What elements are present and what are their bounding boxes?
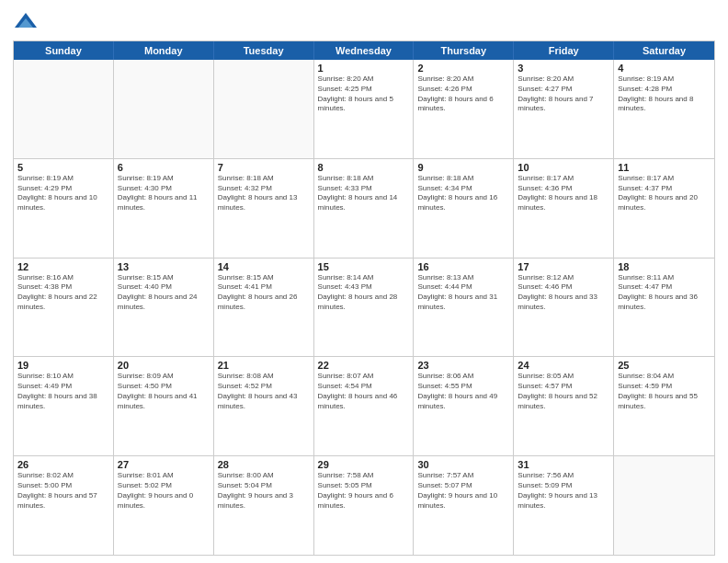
calendar-cell: 2Sunrise: 8:20 AM Sunset: 4:26 PM Daylig… — [414, 60, 514, 158]
cell-info: Sunrise: 8:13 AM Sunset: 4:44 PM Dayligh… — [417, 273, 509, 313]
calendar-cell: 13Sunrise: 8:15 AM Sunset: 4:40 PM Dayli… — [114, 259, 214, 357]
day-number: 31 — [518, 459, 609, 470]
calendar-header: SundayMondayTuesdayWednesdayThursdayFrid… — [14, 41, 714, 60]
calendar-cell: 6Sunrise: 8:19 AM Sunset: 4:30 PM Daylig… — [114, 159, 214, 258]
calendar-cell: 29Sunrise: 7:58 AM Sunset: 5:05 PM Dayli… — [314, 456, 415, 555]
day-number: 19 — [17, 360, 109, 371]
calendar-cell: 21Sunrise: 8:08 AM Sunset: 4:52 PM Dayli… — [214, 357, 314, 455]
calendar-cell: 5Sunrise: 8:19 AM Sunset: 4:29 PM Daylig… — [14, 159, 114, 258]
cell-info: Sunrise: 8:09 AM Sunset: 4:50 PM Dayligh… — [118, 372, 210, 411]
day-number: 4 — [618, 63, 711, 74]
calendar-cell: 12Sunrise: 8:16 AM Sunset: 4:38 PM Dayli… — [14, 259, 114, 357]
day-number: 22 — [318, 360, 410, 371]
day-number: 6 — [118, 162, 210, 173]
calendar-cell: 27Sunrise: 8:01 AM Sunset: 5:02 PM Dayli… — [114, 456, 214, 555]
day-number: 2 — [417, 63, 509, 74]
calendar-cell: 14Sunrise: 8:15 AM Sunset: 4:41 PM Dayli… — [214, 259, 314, 357]
calendar-week-3: 12Sunrise: 8:16 AM Sunset: 4:38 PM Dayli… — [14, 258, 714, 357]
calendar-cell: 30Sunrise: 7:57 AM Sunset: 5:07 PM Dayli… — [414, 456, 514, 555]
header — [13, 9, 715, 35]
cell-info: Sunrise: 7:56 AM Sunset: 5:09 PM Dayligh… — [518, 471, 609, 511]
calendar-week-4: 19Sunrise: 8:10 AM Sunset: 4:49 PM Dayli… — [14, 356, 714, 455]
cell-info: Sunrise: 8:05 AM Sunset: 4:57 PM Dayligh… — [518, 372, 609, 411]
cell-info: Sunrise: 8:08 AM Sunset: 4:52 PM Dayligh… — [218, 372, 310, 411]
cell-info: Sunrise: 8:01 AM Sunset: 5:02 PM Dayligh… — [118, 471, 210, 511]
cell-info: Sunrise: 8:19 AM Sunset: 4:30 PM Dayligh… — [118, 174, 210, 213]
day-number: 21 — [218, 360, 310, 371]
day-number: 20 — [118, 360, 210, 371]
calendar-cell: 1Sunrise: 8:20 AM Sunset: 4:25 PM Daylig… — [314, 60, 415, 158]
cell-info: Sunrise: 8:20 AM Sunset: 4:25 PM Dayligh… — [318, 75, 410, 114]
page: SundayMondayTuesdayWednesdayThursdayFrid… — [0, 0, 728, 563]
calendar-cell: 31Sunrise: 7:56 AM Sunset: 5:09 PM Dayli… — [514, 456, 614, 555]
cell-info: Sunrise: 8:20 AM Sunset: 4:26 PM Dayligh… — [417, 75, 509, 114]
day-number: 10 — [518, 162, 609, 173]
logo-icon — [13, 9, 39, 35]
cell-info: Sunrise: 7:57 AM Sunset: 5:07 PM Dayligh… — [417, 471, 509, 511]
calendar-cell: 17Sunrise: 8:12 AM Sunset: 4:46 PM Dayli… — [514, 259, 614, 357]
cell-info: Sunrise: 8:02 AM Sunset: 5:00 PM Dayligh… — [17, 471, 109, 511]
day-number: 11 — [618, 162, 711, 173]
cell-info: Sunrise: 8:00 AM Sunset: 5:04 PM Dayligh… — [218, 471, 310, 511]
day-number: 18 — [618, 261, 711, 272]
day-number: 9 — [417, 162, 509, 173]
cell-info: Sunrise: 8:12 AM Sunset: 4:46 PM Dayligh… — [518, 273, 609, 313]
calendar-cell: 16Sunrise: 8:13 AM Sunset: 4:44 PM Dayli… — [414, 259, 514, 357]
calendar-cell: 20Sunrise: 8:09 AM Sunset: 4:50 PM Dayli… — [114, 357, 214, 455]
day-number: 26 — [17, 459, 109, 470]
calendar-cell: 8Sunrise: 8:18 AM Sunset: 4:33 PM Daylig… — [314, 159, 415, 258]
calendar-week-1: 1Sunrise: 8:20 AM Sunset: 4:25 PM Daylig… — [14, 60, 714, 158]
day-number: 28 — [218, 459, 310, 470]
calendar-cell: 4Sunrise: 8:19 AM Sunset: 4:28 PM Daylig… — [614, 60, 714, 158]
header-day-thursday: Thursday — [414, 41, 514, 60]
calendar-cell — [614, 456, 714, 555]
calendar-body: 1Sunrise: 8:20 AM Sunset: 4:25 PM Daylig… — [14, 60, 714, 555]
cell-info: Sunrise: 8:19 AM Sunset: 4:28 PM Dayligh… — [618, 75, 711, 114]
header-day-friday: Friday — [514, 41, 614, 60]
header-day-saturday: Saturday — [614, 41, 714, 60]
day-number: 17 — [518, 261, 609, 272]
day-number: 8 — [318, 162, 410, 173]
day-number: 14 — [218, 261, 310, 272]
day-number: 3 — [518, 63, 609, 74]
day-number: 30 — [417, 459, 509, 470]
day-number: 29 — [318, 459, 410, 470]
day-number: 5 — [17, 162, 109, 173]
calendar-cell: 15Sunrise: 8:14 AM Sunset: 4:43 PM Dayli… — [314, 259, 415, 357]
day-number: 25 — [618, 360, 711, 371]
header-day-monday: Monday — [114, 41, 214, 60]
day-number: 1 — [318, 63, 410, 74]
cell-info: Sunrise: 8:11 AM Sunset: 4:47 PM Dayligh… — [618, 273, 711, 313]
day-number: 13 — [118, 261, 210, 272]
cell-info: Sunrise: 8:18 AM Sunset: 4:32 PM Dayligh… — [218, 174, 310, 213]
calendar-cell: 9Sunrise: 8:18 AM Sunset: 4:34 PM Daylig… — [414, 159, 514, 258]
cell-info: Sunrise: 8:15 AM Sunset: 4:40 PM Dayligh… — [118, 273, 210, 313]
calendar-cell: 7Sunrise: 8:18 AM Sunset: 4:32 PM Daylig… — [214, 159, 314, 258]
calendar-cell: 11Sunrise: 8:17 AM Sunset: 4:37 PM Dayli… — [614, 159, 714, 258]
cell-info: Sunrise: 8:07 AM Sunset: 4:54 PM Dayligh… — [318, 372, 410, 411]
logo — [13, 9, 40, 35]
calendar-cell — [214, 60, 314, 158]
day-number: 27 — [118, 459, 210, 470]
calendar-cell: 25Sunrise: 8:04 AM Sunset: 4:59 PM Dayli… — [614, 357, 714, 455]
cell-info: Sunrise: 8:18 AM Sunset: 4:33 PM Dayligh… — [318, 174, 410, 213]
cell-info: Sunrise: 8:06 AM Sunset: 4:55 PM Dayligh… — [417, 372, 509, 411]
cell-info: Sunrise: 8:16 AM Sunset: 4:38 PM Dayligh… — [17, 273, 109, 313]
header-day-tuesday: Tuesday — [214, 41, 314, 60]
calendar-cell: 28Sunrise: 8:00 AM Sunset: 5:04 PM Dayli… — [214, 456, 314, 555]
day-number: 7 — [218, 162, 310, 173]
cell-info: Sunrise: 8:18 AM Sunset: 4:34 PM Dayligh… — [417, 174, 509, 213]
cell-info: Sunrise: 8:17 AM Sunset: 4:36 PM Dayligh… — [518, 174, 609, 213]
cell-info: Sunrise: 8:15 AM Sunset: 4:41 PM Dayligh… — [218, 273, 310, 313]
calendar-week-2: 5Sunrise: 8:19 AM Sunset: 4:29 PM Daylig… — [14, 158, 714, 258]
cell-info: Sunrise: 8:20 AM Sunset: 4:27 PM Dayligh… — [518, 75, 609, 114]
day-number: 16 — [417, 261, 509, 272]
calendar-cell: 22Sunrise: 8:07 AM Sunset: 4:54 PM Dayli… — [314, 357, 415, 455]
calendar-cell: 18Sunrise: 8:11 AM Sunset: 4:47 PM Dayli… — [614, 259, 714, 357]
calendar-cell: 10Sunrise: 8:17 AM Sunset: 4:36 PM Dayli… — [514, 159, 614, 258]
calendar-cell — [114, 60, 214, 158]
day-number: 15 — [318, 261, 410, 272]
header-day-wednesday: Wednesday — [314, 41, 415, 60]
header-day-sunday: Sunday — [14, 41, 114, 60]
calendar-cell: 3Sunrise: 8:20 AM Sunset: 4:27 PM Daylig… — [514, 60, 614, 158]
